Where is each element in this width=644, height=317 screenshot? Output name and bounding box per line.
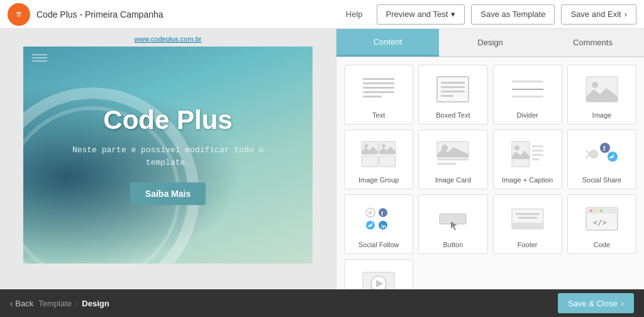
hero-overlay-icon <box>32 54 47 63</box>
sidebar-tabs: Content Design Comments <box>336 29 644 57</box>
chevron-left-icon: ‹ <box>10 299 13 308</box>
block-image-group-label: Image Group <box>358 176 399 184</box>
hero-title: Code Plus <box>72 105 264 135</box>
block-social-share-label: Social Share <box>582 176 621 184</box>
block-social-follow[interactable]: f in Social Follow <box>344 194 413 254</box>
block-divider-label: Divider <box>517 111 538 119</box>
statusbar: ‹ Back Template › Design Save & Close › <box>0 289 644 317</box>
block-image-caption-label: Image + Caption <box>502 176 553 184</box>
block-button-label: Button <box>443 241 463 248</box>
tab-comments[interactable]: Comments <box>541 29 644 57</box>
svg-rect-53 <box>518 217 537 219</box>
svg-rect-6 <box>363 82 394 84</box>
svg-point-3 <box>17 13 18 14</box>
svg-rect-10 <box>437 77 469 102</box>
block-image[interactable]: Image <box>567 65 636 125</box>
chevron-down-icon: ▾ <box>451 9 455 19</box>
block-social-follow-label: Social Follow <box>358 241 399 248</box>
svg-rect-52 <box>516 213 540 215</box>
svg-point-24 <box>382 144 386 148</box>
email-hero[interactable]: Code Plus Neste parte e possível modific… <box>23 47 313 264</box>
block-text[interactable]: Text <box>344 65 413 125</box>
svg-rect-29 <box>437 158 469 160</box>
svg-rect-26 <box>379 156 396 167</box>
svg-point-44 <box>379 208 387 217</box>
block-code-label: Code <box>594 241 610 248</box>
svg-point-58 <box>600 209 602 212</box>
block-text-label: Text <box>372 111 385 119</box>
content-sidebar: Content Design Comments <box>336 29 644 289</box>
svg-rect-33 <box>532 145 543 147</box>
block-code[interactable]: </> Code <box>567 194 636 254</box>
hero-body-text: Neste parte e possível modificar todo ot… <box>72 144 264 169</box>
svg-rect-14 <box>441 95 453 97</box>
svg-rect-9 <box>363 96 382 97</box>
svg-rect-7 <box>363 87 394 89</box>
block-video[interactable]: Video <box>344 259 413 289</box>
svg-text:in: in <box>381 223 386 230</box>
svg-rect-5 <box>363 78 394 80</box>
content-blocks-grid: Text Boxed Text <box>336 57 644 289</box>
chevron-right-icon: › <box>625 9 627 19</box>
save-close-button[interactable]: Save & Close › <box>558 293 634 313</box>
email-container: Code Plus Neste parte e possível modific… <box>23 47 313 264</box>
svg-rect-49 <box>440 214 466 224</box>
email-preview-panel: www.codeplus.com.br Code Plus Neste part… <box>0 29 336 289</box>
block-image-card-label: Image Card <box>435 176 471 184</box>
svg-point-37 <box>590 150 597 158</box>
svg-rect-25 <box>362 156 378 167</box>
email-link[interactable]: www.codeplus.com.br <box>135 29 202 47</box>
back-button[interactable]: ‹ Back <box>10 299 33 308</box>
block-boxed-text-label: Boxed Text <box>436 111 470 119</box>
svg-point-57 <box>595 209 597 212</box>
hero-cta-button[interactable]: Saiba Mais <box>130 182 206 205</box>
breadcrumb: Template › Design <box>38 299 553 308</box>
svg-point-32 <box>514 145 519 150</box>
app-title: Code Plus - Primeira Campanha <box>36 9 332 19</box>
block-footer[interactable]: Footer <box>493 194 562 254</box>
breadcrumb-separator: › <box>75 299 78 308</box>
svg-point-4 <box>19 13 21 14</box>
block-boxed-text[interactable]: Boxed Text <box>418 65 487 125</box>
save-template-button[interactable]: Save as Template <box>471 4 555 25</box>
block-social-share[interactable]: f Social Share <box>567 130 636 189</box>
svg-rect-34 <box>532 150 543 152</box>
block-button[interactable]: Button <box>418 194 487 254</box>
svg-rect-51 <box>512 223 543 229</box>
svg-point-22 <box>364 144 368 148</box>
svg-rect-11 <box>441 82 465 84</box>
main-area: www.codeplus.com.br Code Plus Neste part… <box>0 29 644 289</box>
svg-rect-12 <box>441 86 465 88</box>
block-divider[interactable]: Divider <box>493 65 562 125</box>
svg-point-20 <box>592 82 598 88</box>
block-image-label: Image <box>592 111 612 119</box>
navbar: Code Plus - Primeira Campanha Help Previ… <box>0 0 644 29</box>
svg-rect-13 <box>441 91 465 92</box>
svg-rect-35 <box>532 154 543 156</box>
svg-text:</>: </> <box>593 218 607 227</box>
svg-rect-30 <box>437 163 456 165</box>
svg-point-56 <box>590 209 592 212</box>
svg-rect-18 <box>512 96 543 97</box>
svg-rect-8 <box>363 91 394 93</box>
block-image-group[interactable]: Image Group <box>344 130 413 189</box>
block-image-card[interactable]: Image Card <box>418 130 487 189</box>
svg-rect-16 <box>512 81 543 82</box>
save-exit-button[interactable]: Save and Exit › <box>561 4 636 25</box>
svg-rect-36 <box>532 158 540 160</box>
chevron-right-icon: › <box>621 299 624 308</box>
tab-content[interactable]: Content <box>336 29 439 57</box>
preview-test-button[interactable]: Preview and Test ▾ <box>377 4 465 25</box>
block-image-caption[interactable]: Image + Caption <box>493 130 562 189</box>
block-footer-label: Footer <box>518 241 538 248</box>
tab-design[interactable]: Design <box>439 29 541 57</box>
mailchimp-logo <box>8 3 30 26</box>
hero-content: Code Plus Neste parte e possível modific… <box>72 105 264 205</box>
help-link[interactable]: Help <box>338 9 370 19</box>
